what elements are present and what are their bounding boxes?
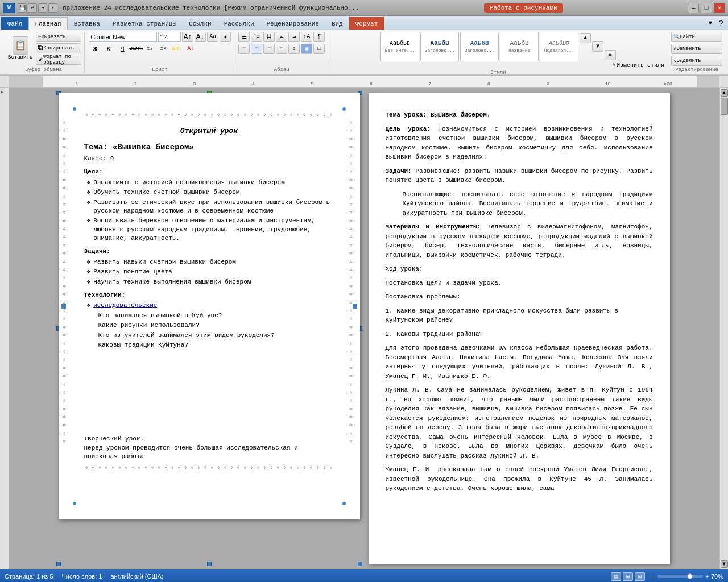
paragraph-row2: ≡ ≡ ≡ ≡ ↕ ▣ □ [238,44,325,54]
zoom-slider[interactable] [657,575,703,578]
align-left-button[interactable]: ≡ [238,44,250,54]
asterisk-border-top: ✲ ✲ ✲ ✲ ✲ ✲ ✲ ✲ ✲ ✲ ✲ ✲ ✲ ✲ ✲ ✲ ✲ ✲ ✲ ✲ … [76,111,343,118]
tab-mailings[interactable]: Рассылки [218,17,260,30]
align-center-button[interactable]: ≡ [251,44,262,54]
format-painter-button[interactable]: 🖌 Формат по образцу [36,55,81,65]
font-color-button[interactable]: A↓ [184,44,197,54]
resize-bottom-center[interactable] [207,562,212,566]
side-handle-right[interactable] [353,304,357,309]
tab-insert[interactable]: Вставка [68,17,106,30]
styles-scroll-up[interactable]: ▲ [580,33,591,43]
styles-scroll-down[interactable]: ▼ [592,41,603,52]
undo-icon[interactable]: ↩ [28,3,37,13]
scroll-track[interactable] [721,98,728,559]
cut-button[interactable]: ✂ Вырезать [36,32,81,42]
zoom-out-button[interactable]: — [650,573,655,580]
show-marks-button[interactable]: ¶ [313,32,325,42]
styles-group: АаБбВв Без инте... АаБбВ Заголово... АаБ… [329,32,667,73]
superscript-button[interactable]: x² [157,44,169,54]
line-spacing-button[interactable]: ↕ [288,44,300,54]
bold-button[interactable]: Ж [89,44,101,54]
scroll-up-button[interactable]: ▲ [721,89,728,97]
save-icon[interactable]: 💾 [18,3,27,13]
resize-bottom-right[interactable] [358,562,362,566]
paste-icon: 📋 [13,36,28,55]
font-size-input[interactable] [158,32,181,42]
styles-expand[interactable]: ≡ [605,50,616,60]
zoom-slider-thumb[interactable] [687,573,693,579]
side-handle-left[interactable] [61,304,66,309]
select-button[interactable]: ↘ Выделить [671,56,722,66]
scroll-down-button[interactable]: ▼ [721,560,728,568]
developing-label: Задачи: [386,168,416,174]
goal-setting-para: Постановка цели и задачи урока. [386,278,653,288]
replace-button[interactable]: ⇄ Заменить [671,44,722,54]
subscript-button[interactable]: x₂ [143,44,156,54]
numbering-button[interactable]: 1≡ [251,32,262,42]
tab-view[interactable]: Вид [325,17,349,30]
goal-4: ❖ Воспитывать бережное отношение к матер… [84,217,334,243]
clear-format-button[interactable]: ✦ [220,32,231,42]
title-quick-access: 💾 ↩ ↪ ▾ [18,3,57,13]
maximize-button[interactable]: □ [701,3,712,13]
footer-1: Творческий урок. [84,435,334,443]
decrease-indent-button[interactable]: ⇤ [276,32,287,42]
font-grow-button[interactable]: A↑ [182,32,193,42]
shading-button[interactable]: ▣ [301,44,312,54]
view-web-button[interactable]: ⊟ [635,572,645,581]
editing-controls: 🔍 Найти ⇄ Заменить ↘ Выделить [671,32,722,66]
tab-references[interactable]: Ссылки [183,17,218,30]
tab-page-layout[interactable]: Разметка страницы [106,17,183,30]
font-shrink-button[interactable]: A↓ [195,32,206,42]
tab-format[interactable]: Формат [349,17,384,30]
ribbon-collapse[interactable]: ▾ [705,16,715,30]
style-normal-preview: АаБбВв [390,40,410,47]
find-button[interactable]: 🔍 Найти [671,32,722,42]
format-tab-label: Работа с рисунками [484,3,563,13]
style-subtitle[interactable]: АаБбВв Подзагол... [540,32,578,61]
tab-file[interactable]: Файл [1,17,28,30]
style-normal[interactable]: АаБбВв Без инте... [380,32,419,61]
multilevel-button[interactable]: ⌸ [263,32,275,42]
more-icon[interactable]: ▾ [48,3,57,13]
change-styles-text: Изменить стили [617,63,664,69]
style-title[interactable]: АаБбВ Название [500,32,539,61]
redo-icon[interactable]: ↪ [38,3,47,13]
sort-button[interactable]: ↕A [301,32,312,42]
borders-button[interactable]: □ [313,44,325,54]
change-styles-button[interactable]: A Изменить стили [613,63,664,69]
strikethrough-button[interactable]: зачк [130,44,142,54]
tech-heading: Технологии: [84,291,334,300]
style-normal-label: Без инте... [385,48,415,53]
resize-bottom-left[interactable] [56,562,61,566]
minimize-button[interactable]: — [688,3,699,13]
style-subtitle-label: Подзагол... [544,48,574,53]
tab-review[interactable]: Рецензирование [260,17,325,30]
task-3: ❖ Научить технике выполнения вышивки бис… [84,278,334,286]
justify-button[interactable]: ≡ [276,44,287,54]
bullets-button[interactable]: ☰ [238,32,250,42]
ruler-main[interactable]: 1 2 3 4 5 6 7 8 9 10 ⊳20 [43,76,697,88]
increase-indent-button[interactable]: ⇥ [288,32,300,42]
change-case-button[interactable]: Aa [207,32,218,42]
zoom-in-button[interactable]: + [705,573,709,580]
highlight-button[interactable]: ab↓ [171,44,183,54]
paste-label: Вставить [8,55,32,60]
align-right-button[interactable]: ≡ [263,44,275,54]
scroll-thumb[interactable] [721,98,728,115]
view-full-button[interactable]: ⊞ [623,572,633,581]
style-h2-label: Заголово... [465,48,495,53]
style-heading1[interactable]: АаБбВ Заголово... [420,32,459,61]
font-name-input[interactable] [89,32,157,42]
close-button[interactable]: ✕ [714,3,725,13]
right-scrollbar[interactable]: ▲ ▼ [719,88,728,569]
tab-home[interactable]: Главная [28,17,67,30]
italic-button[interactable]: К [102,44,115,54]
ribbon-help[interactable]: ? [715,18,727,30]
copy-button[interactable]: ⿻ Копировать [36,43,81,53]
style-heading2[interactable]: АаБ6В Заголово... [460,32,499,61]
view-print-button[interactable]: ▤ [611,572,621,581]
paste-button[interactable]: 📋 Вставить [6,35,35,61]
underline-button[interactable]: Ч [116,44,129,54]
bullet-sym-3: ❖ [87,198,91,216]
